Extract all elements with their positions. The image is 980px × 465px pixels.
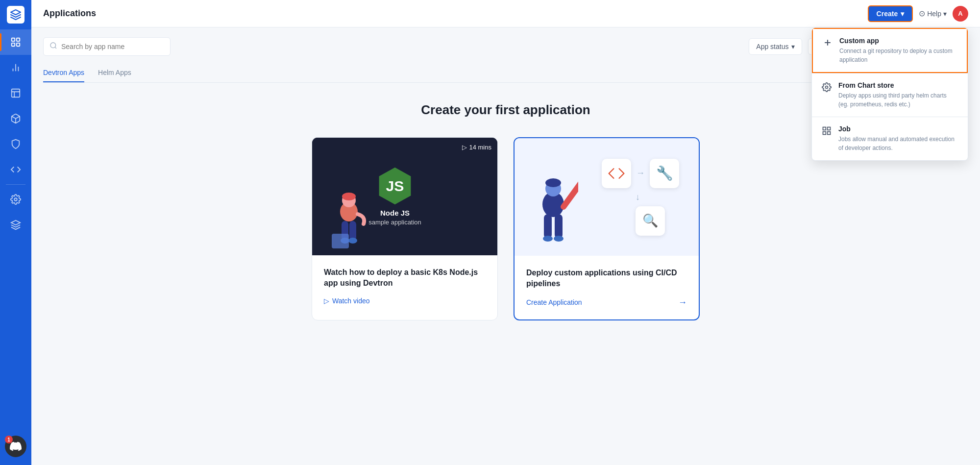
app-status-filter[interactable]: App status ▾	[749, 38, 802, 55]
watch-video-card-body: Watch how to deploy a basic K8s Node.js …	[312, 255, 497, 317]
sidebar-bottom: 1	[5, 436, 26, 457]
app-status-label: App status	[756, 43, 788, 50]
svg-rect-14	[823, 127, 826, 130]
svg-marker-10	[11, 220, 20, 225]
svg-rect-0	[12, 38, 15, 41]
job-desc: Jobs allow manual and automated executio…	[838, 135, 958, 152]
svg-rect-7	[12, 89, 20, 98]
custom-app-plus-icon	[823, 38, 833, 48]
job-content: Job Jobs allow manual and automated exec…	[838, 125, 958, 152]
svg-rect-1	[17, 38, 20, 41]
sidebar-item-layers[interactable]	[0, 212, 31, 238]
help-label: Help	[927, 10, 941, 18]
header-actions: Create ▾ ⊙ Help ▾ A	[868, 5, 968, 22]
main-content: Applications Create ▾ ⊙ Help ▾ A Custom …	[31, 0, 980, 465]
svg-point-18	[50, 43, 56, 48]
tab-devtron-apps[interactable]: Devtron Apps	[43, 64, 84, 82]
create-chevron-icon: ▾	[901, 10, 904, 18]
deploy-card[interactable]: → 🔧 ↓ 🔍	[514, 137, 700, 320]
sidebar-item-charts[interactable]	[0, 55, 31, 80]
svg-rect-2	[12, 43, 15, 46]
svg-point-36	[545, 178, 561, 187]
svg-rect-17	[828, 132, 831, 135]
help-circle-icon: ⊙	[919, 9, 925, 18]
create-app-link-row: Create Application →	[526, 297, 687, 308]
custom-app-desc: Connect a git repository to deploy a cus…	[839, 47, 957, 64]
custom-app-title: Custom app	[839, 37, 957, 45]
tab-helm-apps[interactable]: Helm Apps	[98, 64, 131, 82]
sidebar-item-settings[interactable]	[0, 187, 31, 212]
svg-rect-31	[555, 214, 563, 239]
user-avatar[interactable]: A	[953, 6, 968, 22]
search-icon	[49, 42, 57, 51]
deploy-icon: 🔍	[636, 206, 665, 236]
watch-video-link[interactable]: ▷ Watch video	[324, 297, 486, 305]
watch-video-card-title: Watch how to deploy a basic K8s Node.js …	[324, 267, 486, 289]
watch-video-card-image: ▷ 14 mins JS	[312, 138, 497, 255]
deploy-card-title: Deploy custom applications using CI/CD p…	[526, 268, 687, 290]
svg-point-24	[342, 193, 356, 200]
job-grid-icon	[822, 126, 832, 136]
page-title: Applications	[43, 8, 96, 19]
create-dropdown-menu: Custom app Connect a git repository to d…	[811, 27, 968, 161]
arrow-right-1: →	[636, 168, 645, 178]
custom-app-content: Custom app Connect a git repository to d…	[839, 37, 957, 64]
deploy-card-image: → 🔧 ↓ 🔍	[514, 138, 699, 256]
sidebar-item-security[interactable]	[0, 131, 31, 157]
sidebar-item-apps[interactable]	[0, 29, 31, 55]
sidebar-divider	[6, 184, 25, 185]
deploy-card-body: Deploy custom applications using CI/CD p…	[514, 256, 699, 319]
nodejs-sublabel: sample application	[368, 218, 421, 227]
svg-rect-3	[17, 43, 20, 46]
help-button[interactable]: ⊙ Help ▾	[919, 9, 947, 18]
svg-line-37	[564, 180, 578, 207]
create-label: Create	[877, 10, 898, 18]
search-box[interactable]	[43, 37, 171, 56]
svg-point-13	[826, 86, 828, 89]
create-button[interactable]: Create ▾	[868, 5, 913, 22]
svg-text:JS: JS	[386, 178, 404, 194]
sidebar-item-code[interactable]	[0, 157, 31, 182]
svg-point-33	[554, 236, 564, 242]
sidebar-item-cube[interactable]	[0, 106, 31, 131]
chart-store-title: From Chart store	[838, 81, 958, 89]
discord-notification-badge: 1	[5, 436, 13, 443]
dropdown-item-custom-app[interactable]: Custom app Connect a git repository to d…	[812, 28, 968, 73]
nodejs-label: Node JS	[368, 208, 421, 218]
create-application-link[interactable]: Create Application	[526, 298, 582, 306]
sidebar-item-deploy[interactable]	[0, 80, 31, 106]
help-chevron-icon: ▾	[943, 10, 947, 18]
empty-state-heading: Create your first application	[421, 102, 590, 118]
watch-video-card[interactable]: ▷ 14 mins JS	[312, 137, 498, 320]
search-input[interactable]	[61, 43, 164, 50]
sidebar-logo[interactable]	[0, 0, 31, 29]
header: Applications Create ▾ ⊙ Help ▾ A	[31, 0, 980, 27]
cards-row: ▷ 14 mins JS	[312, 137, 700, 320]
dropdown-item-job[interactable]: Job Jobs allow manual and automated exec…	[812, 117, 968, 160]
chart-store-gear-icon	[822, 82, 832, 92]
arrow-down-1: ↓	[636, 192, 640, 202]
svg-point-9	[14, 198, 17, 201]
svg-rect-16	[823, 132, 826, 135]
logo-icon	[7, 6, 24, 24]
sidebar: 1	[0, 0, 31, 465]
dropdown-item-chart-store[interactable]: From Chart store Deploy apps using third…	[812, 73, 968, 117]
wrench-icon: 🔧	[650, 159, 679, 188]
git-icon	[602, 159, 631, 188]
svg-rect-15	[828, 127, 831, 130]
svg-point-28	[348, 238, 357, 244]
svg-line-19	[55, 47, 56, 49]
person-illustration	[322, 190, 376, 255]
svg-point-32	[543, 236, 553, 242]
video-duration: ▷ 14 mins	[462, 144, 491, 151]
svg-rect-29	[332, 234, 349, 248]
discord-button[interactable]: 1	[5, 436, 26, 457]
svg-rect-30	[544, 214, 552, 239]
play-icon-small: ▷	[462, 144, 467, 151]
app-status-chevron: ▾	[791, 43, 795, 50]
developer-illustration	[529, 165, 578, 245]
play-icon: ▷	[324, 297, 329, 305]
arrow-right-icon: →	[678, 297, 687, 308]
chart-store-desc: Deploy apps using third party helm chart…	[838, 91, 958, 109]
job-title: Job	[838, 125, 958, 133]
